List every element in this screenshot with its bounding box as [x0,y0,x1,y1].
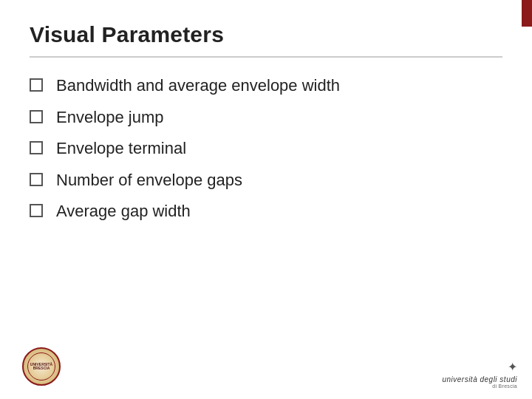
bullet-icon [30,141,43,154]
list-item: Bandwidth and average envelope width [30,75,502,97]
bullet-icon [30,110,43,123]
list-item: Number of envelope gaps [30,170,502,191]
seal-text: UNIVERSITÀBRESCIA [30,363,52,371]
accent-bar [522,0,532,27]
slide-title: Visual Parameters [30,22,502,47]
list-item: Average gap width [30,201,502,222]
item-text: Bandwidth and average envelope width [56,75,502,97]
item-text: Envelope jump [56,107,502,129]
item-text: Number of envelope gaps [56,170,502,191]
brand-name: università degli studi [442,375,517,383]
list-item: Envelope jump [30,107,502,129]
brand-sub: di Brescia [492,383,517,389]
brand-logo: ✦ università degli studi di Brescia [442,360,517,389]
item-text: Average gap width [56,201,502,222]
list-item: Envelope terminal [30,138,502,160]
bullet-icon [30,173,43,186]
title-area: Visual Parameters [30,22,502,58]
seal-circle: UNIVERSITÀBRESCIA [22,347,61,386]
bullet-icon [30,204,43,217]
bullet-icon [30,78,43,92]
item-text: Envelope terminal [56,138,502,160]
seal-inner: UNIVERSITÀBRESCIA [27,352,55,381]
brand-icon: ✦ [508,360,517,374]
content-list: Bandwidth and average envelope width Env… [30,75,502,222]
university-seal: UNIVERSITÀBRESCIA [22,347,61,386]
slide: Visual Parameters Bandwidth and average … [0,0,532,399]
